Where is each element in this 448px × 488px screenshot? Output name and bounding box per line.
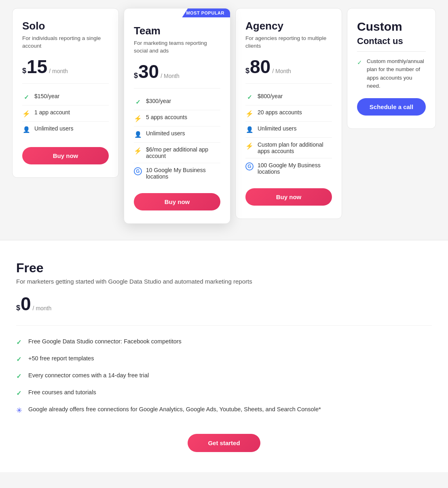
team-feature-3: $6/mo per additional app account <box>146 146 220 159</box>
check-icon: ✓ <box>16 389 23 397</box>
free-price-amount: 0 <box>21 294 31 313</box>
free-feature-1: +50 free report templates <box>28 355 94 362</box>
custom-check-icon: ✓ <box>357 58 363 67</box>
list-item: ⚡ $6/mo per additional app account <box>134 143 220 163</box>
user-icon: 👤 <box>22 126 30 134</box>
team-feature-2: Unlimited users <box>146 130 185 137</box>
get-started-button[interactable]: Get started <box>188 434 260 452</box>
agency-price-dollar: $ <box>245 67 249 75</box>
list-item: 👤 Unlimited users <box>134 126 220 143</box>
list-item: ✓ +50 free report templates <box>16 351 432 368</box>
plan-card-team: MOST POPULAR Team For marketing teams re… <box>124 8 230 224</box>
agency-divider <box>245 83 332 84</box>
team-price-amount: 30 <box>138 62 159 81</box>
solo-divider <box>22 83 109 84</box>
custom-plan-desc: ✓ Custom monthly/annual plan for the num… <box>357 57 426 90</box>
list-item: ⚡ 1 app account <box>22 105 109 122</box>
custom-plan-subtitle: Contact us <box>357 36 426 52</box>
agency-feature-4: 100 Google My Business locations <box>258 162 332 175</box>
free-inner: Free For marketers getting started with … <box>16 261 432 452</box>
free-feature-4: Google already offers free connections f… <box>28 406 321 412</box>
list-item: 👤 Unlimited users <box>22 122 109 137</box>
solo-buy-button[interactable]: Buy now <box>22 147 109 164</box>
agency-feature-2: Unlimited users <box>258 125 296 132</box>
agency-plan-price: $ 80 / Month <box>245 57 332 76</box>
solo-feature-1: 1 app account <box>34 109 70 116</box>
most-popular-badge: MOST POPULAR <box>182 8 230 17</box>
free-plan-price: $ 0 / month <box>16 294 432 313</box>
user-icon: 👤 <box>134 130 142 139</box>
team-plan-desc: For marketing teams reporting social and… <box>134 40 220 55</box>
free-feature-2: Every connector comes with a 14-day free… <box>28 372 149 379</box>
solo-feature-0: $150/year <box>34 93 59 99</box>
team-feature-0: $300/year <box>146 98 171 104</box>
agency-feature-1: 20 apps accounts <box>258 109 302 116</box>
solo-plan-desc: For individuals reporting a single accou… <box>22 35 109 50</box>
plug-icon: ⚡ <box>134 114 142 122</box>
free-feature-0: Free Google Data Studio connector: Faceb… <box>28 338 182 345</box>
star-icon: ✳ <box>16 406 23 415</box>
list-item: G 10 Google My Business locations <box>134 163 220 183</box>
free-section: Free For marketers getting started with … <box>0 240 448 472</box>
agency-feature-list: ✓ $800/year ⚡ 20 apps accounts 👤 Unlimit… <box>245 89 332 179</box>
check-icon: ✓ <box>16 339 23 346</box>
team-divider <box>134 88 220 88</box>
list-item: ✳ Google already offers free connections… <box>16 402 432 419</box>
free-price-period: / month <box>33 305 52 311</box>
team-plan-price: $ 30 / Month <box>134 62 220 81</box>
list-item: ✓ $800/year <box>245 89 332 105</box>
solo-price-amount: 15 <box>27 57 47 76</box>
team-feature-list: ✓ $300/year ⚡ 5 apps accounts 👤 Unlimite… <box>134 94 220 183</box>
agency-feature-0: $800/year <box>258 93 283 99</box>
free-feature-3: Free courses and tutorials <box>28 389 96 395</box>
list-item: ✓ Free courses and tutorials <box>16 385 432 402</box>
solo-feature-list: ✓ $150/year ⚡ 1 app account 👤 Unlimited … <box>22 89 109 137</box>
team-buy-button[interactable]: Buy now <box>134 193 220 210</box>
check-icon: ✓ <box>22 93 30 101</box>
agency-price-period: / Month <box>272 68 291 74</box>
user-icon: 👤 <box>245 126 254 134</box>
list-item: G 100 Google My Business locations <box>245 158 332 179</box>
team-price-dollar: $ <box>134 72 138 80</box>
custom-plan-title: Custom <box>357 20 426 34</box>
free-divider <box>16 325 432 326</box>
solo-price-period: / month <box>49 68 68 74</box>
team-price-period: / Month <box>161 73 180 79</box>
free-feature-list: ✓ Free Google Data Studio connector: Fac… <box>16 334 432 419</box>
solo-feature-2: Unlimited users <box>34 125 73 132</box>
free-plan-name: Free <box>16 261 432 276</box>
agency-plan-name: Agency <box>245 20 332 32</box>
agency-plan-desc: For agencies reporting to multiple clien… <box>245 35 332 50</box>
check-icon: ✓ <box>16 372 23 380</box>
google-icon: G <box>134 167 142 175</box>
plug-icon: ⚡ <box>245 142 254 150</box>
plan-card-custom: Custom Contact us ✓ Custom monthly/annua… <box>347 8 436 129</box>
free-plan-desc: For marketers getting started with Googl… <box>16 278 432 285</box>
free-price-dollar: $ <box>16 304 20 312</box>
schedule-call-button[interactable]: Schedule a call <box>357 98 426 116</box>
list-item: ✓ Free Google Data Studio connector: Fac… <box>16 334 432 351</box>
list-item: ✓ $150/year <box>22 89 109 105</box>
check-icon: ✓ <box>16 355 23 363</box>
plug-icon: ⚡ <box>245 109 254 118</box>
list-item: ✓ $300/year <box>134 94 220 110</box>
agency-buy-button[interactable]: Buy now <box>245 188 332 206</box>
team-feature-4: 10 Google My Business locations <box>146 167 220 180</box>
list-item: ✓ Every connector comes with a 14-day fr… <box>16 368 432 385</box>
solo-plan-price: $ 15 / month <box>22 57 109 76</box>
list-item: ⚡ 20 apps accounts <box>245 105 332 122</box>
plug-icon: ⚡ <box>22 109 30 118</box>
plans-row: Solo For individuals reporting a single … <box>10 8 438 224</box>
list-item: 👤 Unlimited users <box>245 122 332 138</box>
solo-plan-name: Solo <box>22 20 109 32</box>
plan-card-solo: Solo For individuals reporting a single … <box>12 8 119 178</box>
custom-desc-text: Custom monthly/annual plan for the numbe… <box>367 57 426 90</box>
agency-feature-3: Custom plan for additional apps accounts <box>258 141 332 154</box>
google-icon: G <box>245 162 254 170</box>
team-feature-1: 5 apps accounts <box>146 114 187 120</box>
agency-price-amount: 80 <box>250 57 270 76</box>
team-plan-name: Team <box>134 25 220 37</box>
check-icon: ✓ <box>245 93 254 101</box>
solo-price-dollar: $ <box>22 67 26 75</box>
list-item: ⚡ Custom plan for additional apps accoun… <box>245 138 332 158</box>
